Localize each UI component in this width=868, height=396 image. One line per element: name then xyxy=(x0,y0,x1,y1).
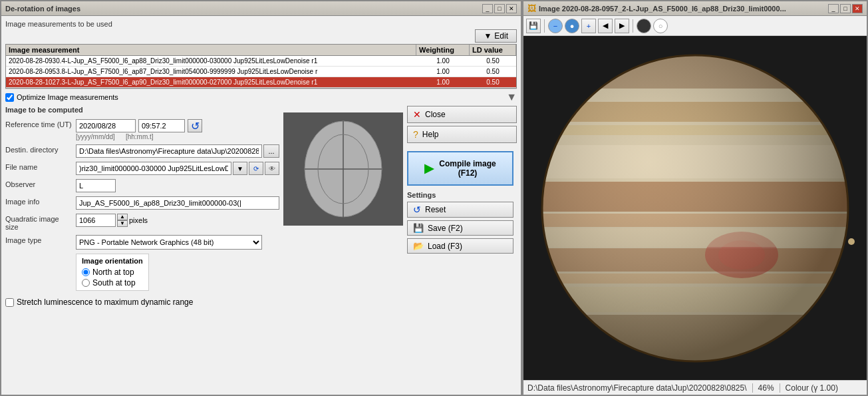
north-at-top-row: North at top xyxy=(82,268,143,277)
minimize-button[interactable]: _ xyxy=(482,4,493,13)
dark-circle-button[interactable]: ⬤ xyxy=(637,19,651,33)
north-at-top-label: North at top xyxy=(92,268,134,277)
left-window-title: De-rotation of images xyxy=(5,5,80,13)
section-label: Image measurements to be used xyxy=(5,20,517,28)
spin-up-button[interactable]: ▲ xyxy=(117,214,128,220)
row-measurement: 2020-08-28-0953.8-L-Jup_AS_F7500_l6_ap87… xyxy=(6,67,416,77)
load-button[interactable]: 📂 Load (F3) xyxy=(407,238,513,254)
left-title-buttons: _ □ ✕ xyxy=(482,4,517,13)
south-at-top-row: South at top xyxy=(82,278,143,288)
preview-area xyxy=(283,106,403,391)
right-window: 🖼 Image 2020-08-28-0957_2-L-Jup_AS_F5000… xyxy=(522,0,868,396)
zoom-in-button[interactable]: + xyxy=(581,19,596,33)
close-action-icon: ✕ xyxy=(413,109,421,120)
compile-button[interactable]: ▶ Compile image(F12) xyxy=(407,151,513,186)
help-label: Help xyxy=(422,130,439,139)
file-name-controls: ▼ ⟳ 👁 xyxy=(76,162,279,175)
time-input[interactable] xyxy=(138,119,185,132)
save-button[interactable]: 💾 Save (F2) xyxy=(407,220,513,236)
stretch-checkbox[interactable] xyxy=(5,298,14,307)
right-close-button[interactable]: ✕ xyxy=(852,4,863,13)
observer-input[interactable] xyxy=(76,179,116,192)
status-color-mode: Colour (γ 1.00) xyxy=(786,383,838,393)
status-separator2 xyxy=(780,383,780,393)
reference-time-controls: ↺ [yyyy/mm/dd] [hh:mm.t] xyxy=(76,119,279,140)
zoom-circle-button[interactable]: ● xyxy=(565,19,579,33)
light-circle-button[interactable]: ○ xyxy=(653,19,668,33)
table-row-selected[interactable]: 2020-08-28-1027.3-L-Jup_AS_F7500_l6_ap90… xyxy=(6,77,516,88)
pixels-label: pixels xyxy=(129,216,148,224)
right-toolbar: 💾 − ● + ◀ ▶ ⬤ ○ xyxy=(523,16,867,36)
dest-dir-input[interactable] xyxy=(76,144,262,158)
header-measurement: Image measurement xyxy=(6,45,416,55)
image-info-label: Image info xyxy=(5,196,72,206)
browse-button[interactable]: ... xyxy=(263,144,279,158)
row-weighting: 1.00 xyxy=(416,56,470,66)
date-hint: [yyyy/mm/dd] xyxy=(76,133,115,140)
quad-size-controls: ▲ ▼ pixels xyxy=(76,214,148,227)
svg-point-21 xyxy=(542,55,848,361)
left-window: De-rotation of images _ □ ✕ Image measur… xyxy=(0,0,522,396)
south-at-top-radio[interactable] xyxy=(82,279,90,287)
close-action-button[interactable]: ✕ Close xyxy=(407,106,517,123)
jupiter-svg xyxy=(535,49,855,368)
quad-size-input[interactable] xyxy=(76,214,116,227)
left-title-bar: De-rotation of images _ □ ✕ xyxy=(1,1,521,16)
quad-size-label: Quadratic image size xyxy=(5,214,72,231)
save-toolbar-button[interactable]: 💾 xyxy=(526,19,541,33)
status-bar: D:\Data files\Astronomy\Firecapture data… xyxy=(523,380,867,395)
quad-size-row: Quadratic image size ▲ ▼ pixels xyxy=(5,214,279,231)
optimize-checkbox[interactable] xyxy=(5,93,14,102)
reference-time-row: Reference time (UT) ↺ [yyyy/mm/dd] [hh:m… xyxy=(5,119,279,140)
status-separator xyxy=(752,383,753,393)
file-dropdown-button[interactable]: ▼ xyxy=(233,162,247,175)
right-title-content: 🖼 Image 2020-08-28-0957_2-L-Jup_AS_F5000… xyxy=(527,3,786,13)
next-image-button[interactable]: ▶ xyxy=(615,19,629,33)
jupiter-container xyxy=(535,49,855,368)
spin-down-button[interactable]: ▼ xyxy=(117,220,128,227)
ellipse-svg xyxy=(287,114,400,224)
table-row[interactable]: 2020-08-28-0930.4-L-Jup_AS_F5000_l6_ap88… xyxy=(6,56,516,67)
toolbar-separator xyxy=(544,19,545,33)
right-title-buttons: _ □ ✕ xyxy=(828,4,863,13)
prev-image-button[interactable]: ◀ xyxy=(598,19,613,33)
zoom-out-button[interactable]: − xyxy=(548,19,563,33)
file-name-input[interactable] xyxy=(76,162,231,175)
maximize-button[interactable]: □ xyxy=(494,4,505,13)
file-name-row: File name ▼ ⟳ 👁 xyxy=(5,162,279,175)
optimize-dropdown-icon[interactable]: ▼ xyxy=(506,91,517,103)
stretch-row: Stretch luminescence to maximum dynamic … xyxy=(5,297,279,307)
status-zoom: 46% xyxy=(758,383,774,393)
image-type-select[interactable]: PNG - Portable Network Graphics (48 bit)… xyxy=(76,235,262,250)
help-button[interactable]: ? Help xyxy=(407,126,517,143)
dest-dir-row: Destin. directory ... xyxy=(5,144,279,158)
orientation-box: Image orientation North at top South at … xyxy=(76,254,149,291)
row-ld: 0.50 xyxy=(470,67,516,77)
file-refresh-button[interactable]: ⟳ xyxy=(249,162,263,175)
right-maximize-button[interactable]: □ xyxy=(840,4,851,13)
reset-label: Reset xyxy=(425,205,446,214)
compute-label: Image to be computed xyxy=(5,106,279,114)
optimize-row: Optimize Image measurements ▼ xyxy=(5,89,517,103)
file-view-button[interactable]: 👁 xyxy=(265,162,279,175)
image-info-input[interactable] xyxy=(76,196,279,210)
close-button[interactable]: ✕ xyxy=(506,4,517,13)
load-icon: 📂 xyxy=(413,241,424,251)
row-ld: 0.50 xyxy=(470,77,516,87)
table-row[interactable]: 2020-08-28-0953.8-L-Jup_AS_F7500_l6_ap87… xyxy=(6,67,516,77)
image-area xyxy=(523,36,867,380)
edit-button[interactable]: ▼ Edit xyxy=(475,29,517,43)
observer-row: Observer xyxy=(5,179,279,192)
stretch-label: Stretch luminescence to maximum dynamic … xyxy=(17,297,193,307)
reset-button[interactable]: ↺ Reset xyxy=(407,202,513,218)
date-input[interactable] xyxy=(76,119,136,132)
image-window-icon: 🖼 xyxy=(527,3,536,13)
right-minimize-button[interactable]: _ xyxy=(828,4,839,13)
image-type-row: Image type PNG - Portable Network Graphi… xyxy=(5,235,279,250)
save-label: Save (F2) xyxy=(428,224,463,233)
north-at-top-radio[interactable] xyxy=(82,268,90,276)
row-measurement: 2020-08-28-1027.3-L-Jup_AS_F7500_l6_ap90… xyxy=(6,77,416,87)
reset-time-button[interactable]: ↺ xyxy=(188,119,202,132)
reset-icon: ↺ xyxy=(413,204,421,215)
measurements-table[interactable]: 2020-08-28-0930.4-L-Jup_AS_F5000_l6_ap88… xyxy=(5,55,517,89)
